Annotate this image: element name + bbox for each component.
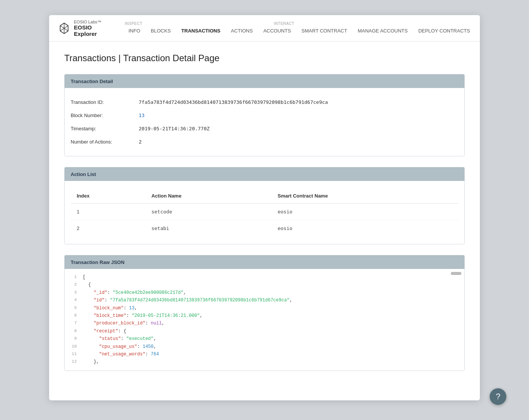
scrollbar-indicator[interactable] — [451, 272, 461, 275]
json-line-12: 12 }, — [65, 358, 464, 366]
help-button[interactable]: ? — [490, 388, 506, 405]
line-num-2: 2 — [65, 281, 83, 288]
col-index: Index — [71, 188, 145, 204]
line-num-5: 5 — [65, 304, 83, 312]
nav-link-info[interactable]: INFO — [123, 26, 145, 35]
action-list-header: Action List — [65, 167, 464, 181]
action-table: Index Action Name Smart Contract Name 1 … — [71, 188, 458, 236]
nav-link-smart-contract[interactable]: SMART CONTRACT — [296, 26, 353, 35]
detail-row-timestamp: Timestamp: 2019-05-21T14:36:20.770Z — [71, 122, 458, 135]
row1-contract: eosio — [272, 204, 458, 220]
action-table-body: 1 setcode eosio 2 setabi eosio — [71, 204, 458, 237]
action-list-title: Action List — [71, 171, 96, 177]
json-line-11: 11 "net_usage_words": 764 — [65, 351, 464, 358]
json-line-6: 6 "block_time": "2019-05-21T14:36:21.000… — [65, 312, 464, 320]
page-content: Transactions | Transaction Detail Page T… — [49, 42, 480, 393]
timestamp-label: Timestamp: — [71, 126, 139, 131]
line-content-12: }, — [83, 358, 99, 366]
action-table-head: Index Action Name Smart Contract Name — [71, 188, 458, 204]
action-list-body: Index Action Name Smart Contract Name 1 … — [65, 181, 464, 244]
detail-table: Transaction ID: 7fa5a783f4d724d03436bd81… — [71, 96, 458, 148]
nav-link-manage-accounts[interactable]: MANAGE ACCOUNTS — [353, 26, 413, 35]
action-table-header-row: Index Action Name Smart Contract Name — [71, 188, 458, 204]
nav-link-deploy-contracts[interactable]: DEPLOY CONTRACTS — [413, 26, 475, 35]
logo-area: EOSIO Labs™ EOSIO Explorer — [58, 20, 111, 37]
line-num-1: 1 — [65, 273, 83, 281]
raw-json-title: Transaction Raw JSON — [71, 259, 124, 265]
json-line-3: 3 "_id": "5ce40ce42b2ee900086c217d", — [65, 289, 464, 296]
line-num-3: 3 — [65, 289, 83, 296]
line-content-10: "cpu_usage_us": 1450, — [83, 343, 156, 351]
inspect-label: INSPECT — [125, 22, 142, 26]
json-line-2: 2 { — [65, 281, 464, 289]
page-title: Transactions | Transaction Detail Page — [64, 53, 465, 63]
raw-json-header: Transaction Raw JSON — [65, 255, 464, 269]
row2-contract: eosio — [272, 220, 458, 237]
txid-label: Transaction ID: — [71, 99, 139, 105]
nav-bar: EOSIO Labs™ EOSIO Explorer INSPECT INTER… — [49, 15, 480, 42]
table-row: 2 setabi eosio — [71, 220, 458, 237]
line-content-7: "producer_block_id": null, — [83, 320, 164, 327]
row2-action: setabi — [145, 220, 272, 237]
line-num-10: 10 — [65, 343, 83, 350]
row1-index: 1 — [71, 204, 145, 220]
txid-value: 7fa5a783f4d724d03436bd8140713839736f6670… — [139, 99, 328, 105]
logo-icon — [58, 22, 70, 35]
detail-row-txid: Transaction ID: 7fa5a783f4d724d03436bd81… — [71, 96, 458, 109]
row2-index: 2 — [71, 220, 145, 237]
nav-link-accounts[interactable]: ACCOUNTS — [258, 26, 296, 35]
json-line-10: 10 "cpu_usage_us": 1450, — [65, 343, 464, 351]
transaction-detail-title: Transaction Detail — [71, 79, 113, 84]
transaction-detail-card: Transaction Detail Transaction ID: 7fa5a… — [64, 74, 465, 156]
nav-links: INFO BLOCKS TRANSACTIONS ACTIONS ACCOUNT… — [123, 26, 480, 35]
line-content-6: "block_time": "2019-05-21T14:36:21.000", — [83, 312, 203, 320]
col-action-name: Action Name — [145, 188, 272, 204]
nav-link-push-actions[interactable]: PUSH ACTIONS — [475, 26, 480, 35]
block-value[interactable]: 13 — [139, 113, 145, 118]
browser-window: EOSIO Labs™ EOSIO Explorer INSPECT INTER… — [49, 15, 480, 400]
row1-action: setcode — [145, 204, 272, 220]
line-num-6: 6 — [65, 312, 83, 319]
block-label: Block Number: — [71, 113, 139, 118]
nav-link-transactions[interactable]: TRANSACTIONS — [176, 26, 226, 35]
line-content-9: "status": "executed", — [83, 335, 156, 343]
line-content-3: "_id": "5ce40ce42b2ee900086c217d", — [83, 289, 186, 296]
raw-json-body: 1 [ 2 { 3 "_id": "5ce40ce42b2ee900086c21… — [65, 269, 464, 371]
line-num-8: 8 — [65, 327, 83, 335]
timestamp-value: 2019-05-21T14:36:20.770Z — [139, 126, 210, 131]
json-line-5: 5 "block_num": 13, — [65, 304, 464, 312]
transaction-detail-body: Transaction ID: 7fa5a783f4d724d03436bd81… — [65, 88, 464, 156]
line-content-8: "receipt": { — [83, 327, 126, 335]
line-content-1: [ — [83, 273, 85, 281]
logo-bottom-text: EOSIO Explorer — [74, 24, 111, 37]
interact-label: INTERACT — [274, 22, 294, 26]
logo-text-block: EOSIO Labs™ EOSIO Explorer — [74, 20, 111, 37]
action-list-card: Action List Index Action Name Smart Cont… — [64, 167, 465, 244]
json-line-9: 9 "status": "executed", — [65, 335, 464, 343]
nav-link-actions[interactable]: ACTIONS — [226, 26, 258, 35]
nav-section: INSPECT INTERACT INFO BLOCKS TRANSACTION… — [123, 22, 480, 35]
line-content-2: { — [83, 281, 91, 289]
line-num-12: 12 — [65, 358, 83, 365]
detail-row-actions: Number of Actions: 2 — [71, 135, 458, 148]
line-num-11: 11 — [65, 351, 83, 358]
num-actions-value: 2 — [139, 139, 142, 145]
raw-json-card: Transaction Raw JSON 1 [ 2 { 3 "_id — [64, 255, 465, 371]
json-line-8: 8 "receipt": { — [65, 327, 464, 335]
json-line-7: 7 "producer_block_id": null, — [65, 320, 464, 327]
transaction-detail-header: Transaction Detail — [65, 74, 464, 88]
nav-link-blocks[interactable]: BLOCKS — [145, 26, 176, 35]
logo-top-text: EOSIO Labs™ — [74, 20, 111, 24]
line-content-11: "net_usage_words": 764 — [83, 351, 159, 358]
json-lines: 1 [ 2 { 3 "_id": "5ce40ce42b2ee900086c21… — [65, 273, 464, 366]
line-content-4: "id": "7fa5a783f4d724d03436bd81407138397… — [83, 296, 292, 304]
nav-labels: INSPECT INTERACT — [123, 22, 480, 26]
line-num-9: 9 — [65, 335, 83, 342]
json-line-4: 4 "id": "7fa5a783f4d724d03436bd814071383… — [65, 296, 464, 304]
line-num-7: 7 — [65, 320, 83, 327]
line-content-5: "block_num": 13, — [83, 304, 137, 312]
json-line-1: 1 [ — [65, 273, 464, 281]
line-num-4: 4 — [65, 296, 83, 304]
table-row: 1 setcode eosio — [71, 204, 458, 220]
col-contract-name: Smart Contract Name — [272, 188, 458, 204]
